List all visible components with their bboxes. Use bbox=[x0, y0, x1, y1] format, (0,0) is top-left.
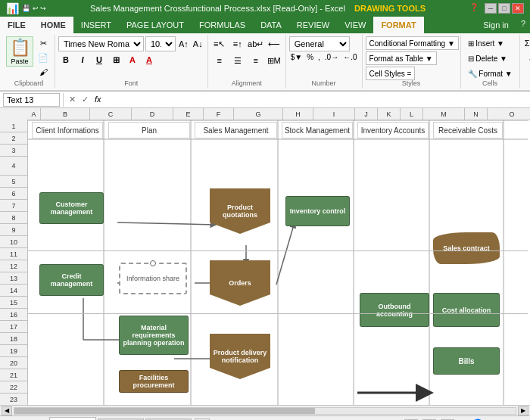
row-5[interactable]: 5 bbox=[0, 176, 27, 188]
row-12[interactable]: 12 bbox=[0, 260, 27, 272]
row-22[interactable]: 22 bbox=[0, 381, 27, 394]
tab-review[interactable]: REVIEW bbox=[289, 17, 337, 33]
formula-input[interactable] bbox=[107, 93, 527, 107]
sign-in-button[interactable]: Sign in bbox=[475, 17, 516, 33]
tab-page-layout[interactable]: PAGE LAYOUT bbox=[119, 17, 192, 33]
fill-color-button[interactable]: A bbox=[125, 53, 140, 67]
shape-facilities-procurement[interactable]: Facilities procurement bbox=[119, 370, 189, 393]
scroll-right-button[interactable]: ▶ bbox=[518, 406, 528, 415]
col-l[interactable]: L bbox=[401, 108, 423, 120]
restore-button[interactable]: □ bbox=[498, 3, 510, 14]
shape-orders[interactable]: Orders bbox=[210, 260, 270, 306]
decrease-decimal-button[interactable]: ←.0 bbox=[341, 53, 358, 61]
shape-product-quotations[interactable]: Product quotations bbox=[210, 188, 270, 234]
row-4[interactable]: 4 bbox=[0, 157, 27, 176]
row-1[interactable]: 1 bbox=[0, 120, 27, 132]
copy-button[interactable]: 📄 bbox=[35, 51, 51, 64]
confirm-formula-button[interactable]: ✓ bbox=[80, 95, 91, 104]
underline-button[interactable]: U bbox=[92, 53, 107, 67]
sum-button[interactable]: Σ▼ bbox=[523, 36, 530, 50]
bold-button[interactable]: B bbox=[58, 53, 73, 67]
tab-formulas[interactable]: FORMULAS bbox=[192, 17, 253, 33]
row-2[interactable]: 2 bbox=[0, 132, 27, 145]
format-cells-button[interactable]: 🔧 Format ▼ bbox=[464, 67, 516, 80]
number-format-select[interactable]: General bbox=[289, 36, 350, 51]
increase-decimal-button[interactable]: .0→ bbox=[323, 53, 340, 61]
comma-button[interactable]: , bbox=[316, 53, 322, 61]
wrap-text-button[interactable]: ⟵ bbox=[266, 36, 282, 51]
tab-sheet1[interactable]: Sheet1 bbox=[49, 417, 96, 420]
decrease-font-button[interactable]: A↓ bbox=[192, 39, 204, 48]
format-painter-button[interactable]: 🖌 bbox=[35, 65, 51, 79]
col-k[interactable]: K bbox=[378, 108, 401, 120]
row-14[interactable]: 14 bbox=[0, 285, 27, 297]
col-g[interactable]: G bbox=[234, 108, 283, 120]
tab-home[interactable]: HOME bbox=[33, 17, 73, 33]
row-10[interactable]: 10 bbox=[0, 236, 27, 248]
help-button[interactable]: ? bbox=[516, 17, 530, 33]
row-20[interactable]: 20 bbox=[0, 357, 27, 369]
row-15[interactable]: 15 bbox=[0, 297, 27, 309]
font-family-select[interactable]: Times New Roma bbox=[58, 36, 144, 51]
align-top-center-button[interactable]: ≡↑ bbox=[229, 36, 246, 51]
row-21[interactable]: 21 bbox=[0, 369, 27, 381]
row-3[interactable]: 3 bbox=[0, 145, 27, 157]
col-o[interactable]: O bbox=[488, 108, 530, 120]
delete-cells-button[interactable]: ⊟ Delete ▼ bbox=[464, 51, 511, 65]
row-6[interactable]: 6 bbox=[0, 188, 27, 200]
scroll-track[interactable] bbox=[14, 407, 516, 415]
cut-button[interactable]: ✂ bbox=[35, 36, 51, 50]
cancel-formula-button[interactable]: ✕ bbox=[67, 95, 78, 104]
cell-styles-button[interactable]: Cell Styles = bbox=[366, 67, 416, 80]
increase-font-button[interactable]: A↑ bbox=[177, 39, 190, 48]
shape-credit-management[interactable]: Credit management bbox=[39, 264, 104, 296]
shape-sales-contract[interactable]: Sales contract bbox=[433, 232, 500, 264]
tab-file[interactable]: FILE bbox=[0, 17, 33, 33]
row-17[interactable]: 17 bbox=[0, 321, 27, 333]
shape-cost-allocation[interactable]: Cost allocation bbox=[433, 293, 500, 327]
col-h[interactable]: H bbox=[283, 108, 313, 120]
insert-cells-button[interactable]: ⊞ Insert ▼ bbox=[464, 36, 508, 50]
shape-outbound-accounting[interactable]: Outbound accounting bbox=[360, 293, 429, 327]
conditional-formatting-button[interactable]: Conditional Formatting ▼ bbox=[366, 36, 459, 50]
col-i[interactable]: I bbox=[313, 108, 355, 120]
font-color-button[interactable]: A bbox=[142, 53, 157, 67]
row-19[interactable]: 19 bbox=[0, 345, 27, 357]
row-8[interactable]: 8 bbox=[0, 212, 27, 224]
scroll-left-button[interactable]: ◀ bbox=[2, 406, 12, 415]
tab-data[interactable]: DATA bbox=[253, 17, 289, 33]
name-box[interactable] bbox=[3, 93, 60, 107]
shape-customer-management[interactable]: Customer management bbox=[39, 192, 104, 224]
paste-button[interactable]: 📋 Paste bbox=[6, 36, 33, 67]
fill-button[interactable]: ⬇ bbox=[523, 51, 530, 65]
shape-material-requirements[interactable]: Material requirements planning operation bbox=[119, 316, 189, 355]
col-m[interactable]: M bbox=[423, 108, 465, 120]
row-9[interactable]: 9 bbox=[0, 224, 27, 236]
merge-button[interactable]: ⊞M bbox=[266, 53, 282, 68]
row-13[interactable]: 13 bbox=[0, 272, 27, 285]
align-center-button[interactable]: ☰ bbox=[229, 53, 246, 68]
close-button[interactable]: ✕ bbox=[512, 3, 524, 14]
shape-information-share[interactable]: Information share bbox=[119, 263, 187, 294]
row-7[interactable]: 7 bbox=[0, 200, 27, 212]
currency-button[interactable]: $▼ bbox=[289, 53, 304, 61]
tab-insert[interactable]: INSERT bbox=[73, 17, 119, 33]
row-23[interactable]: 23 bbox=[0, 394, 27, 405]
col-n[interactable]: N bbox=[465, 108, 488, 120]
col-a[interactable]: A bbox=[27, 108, 41, 120]
shape-product-delivery[interactable]: Product delivery notification bbox=[210, 334, 270, 379]
shape-inventory-control[interactable]: Inventory control bbox=[285, 196, 350, 226]
tab-format[interactable]: FORMAT bbox=[373, 17, 423, 33]
col-c[interactable]: C bbox=[90, 108, 132, 120]
align-top-right-button[interactable]: ab↵ bbox=[248, 36, 264, 51]
align-right-button[interactable]: ≡ bbox=[248, 53, 264, 68]
horizontal-scrollbar[interactable]: ◀ ▶ bbox=[0, 405, 530, 415]
selection-handle-top[interactable] bbox=[150, 260, 156, 266]
percent-button[interactable]: % bbox=[305, 53, 315, 61]
border-button[interactable]: ⊞ bbox=[108, 53, 123, 67]
row-16[interactable]: 16 bbox=[0, 309, 27, 321]
row-11[interactable]: 11 bbox=[0, 248, 27, 260]
shape-bills[interactable]: Bills bbox=[433, 347, 500, 375]
minimize-button[interactable]: ─ bbox=[485, 3, 497, 14]
col-e[interactable]: E bbox=[173, 108, 204, 120]
